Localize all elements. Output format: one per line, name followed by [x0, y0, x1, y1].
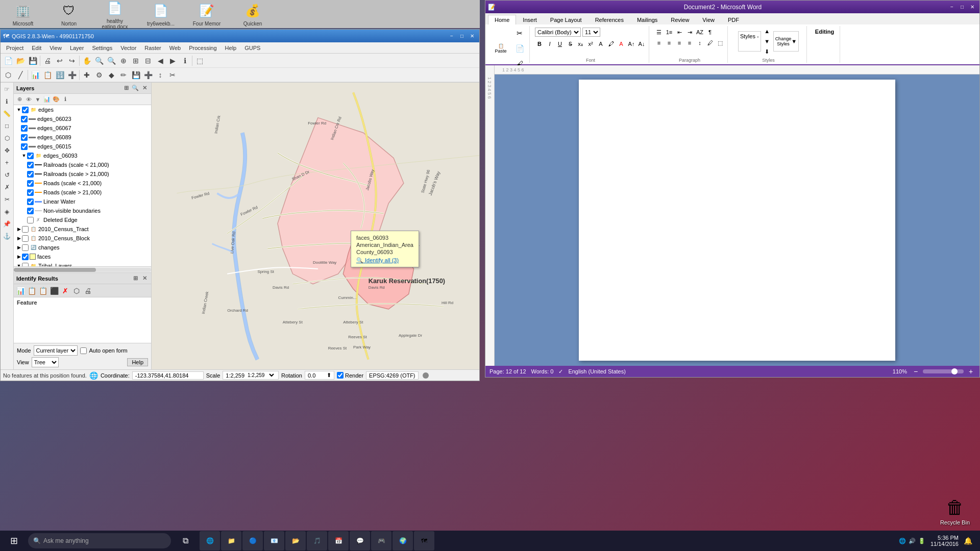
layers-icon-open[interactable]: ⊞ — [122, 84, 130, 92]
menu-gups[interactable]: GUPS — [240, 44, 264, 52]
styles-gallery[interactable]: Styles - — [738, 31, 761, 52]
rotation-arrows[interactable]: ⬆ — [327, 372, 331, 379]
task-view-button[interactable]: ⧉ — [176, 531, 194, 550]
identify-tb-table[interactable]: 📋 — [38, 286, 48, 296]
auto-open-form-checkbox[interactable] — [80, 347, 87, 354]
tb-undo[interactable]: ↩ — [54, 55, 66, 67]
tab-mailings[interactable]: Mailings — [630, 15, 664, 24]
layer-changes[interactable]: ▶ 🔄 changes — [14, 243, 151, 252]
checkbox-faces[interactable] — [22, 254, 29, 260]
expand-edges[interactable]: ▼ — [16, 107, 22, 113]
tool-touch[interactable]: ☞ — [2, 84, 13, 95]
italic-button[interactable]: I — [545, 39, 554, 48]
superscript-button[interactable]: x² — [586, 39, 595, 48]
checkbox-edges-06093[interactable] — [27, 153, 34, 159]
layer-edges-06067[interactable]: edges_06067 — [14, 123, 151, 133]
tb-zoom-prev[interactable]: ◀ — [154, 55, 166, 67]
tb-edit-line[interactable]: ╱ — [14, 69, 27, 81]
taskbar-app-media[interactable]: 🎵 — [307, 531, 327, 550]
show-hide-button[interactable]: ¶ — [705, 28, 715, 37]
tb-zoom-in[interactable]: 🔍 — [93, 55, 105, 67]
zoom-slider-thumb[interactable] — [951, 368, 958, 374]
rotation-input[interactable] — [308, 372, 326, 379]
tb-zoom-selection[interactable]: ⊟ — [142, 55, 154, 67]
checkbox-edges-06089[interactable] — [21, 134, 28, 141]
tooltip-identify-link[interactable]: 🔍 Identify all (3) — [356, 257, 413, 264]
menu-processing[interactable]: Processing — [185, 44, 220, 52]
font-name-select[interactable]: Calibri (Body) Arial Times New Roman — [535, 28, 581, 37]
menu-vector[interactable]: Vector — [116, 44, 140, 52]
taskbar-app-messenger[interactable]: 💬 — [350, 531, 370, 550]
checkbox-changes[interactable] — [22, 244, 29, 251]
expand-census-block[interactable]: ▶ — [16, 235, 22, 241]
tool-node[interactable]: ◈ — [2, 206, 13, 217]
checkbox-roads-gt21[interactable] — [27, 189, 34, 196]
tab-insert[interactable]: Insert — [516, 15, 544, 24]
taskbar-app-edge[interactable]: 🌐 — [200, 531, 220, 550]
epsg-display[interactable]: EPSG:4269 (OTF) — [366, 371, 418, 380]
strikethrough-button[interactable]: S̶ — [566, 39, 575, 48]
tb-new-project[interactable]: 📄 — [2, 55, 14, 67]
checkbox-edges-06023[interactable] — [21, 116, 28, 122]
qgis-minimize-button[interactable]: − — [447, 32, 456, 40]
tool-pin[interactable]: 📌 — [2, 218, 13, 230]
taskbar-app-docs[interactable]: 📂 — [285, 531, 306, 550]
network-icon[interactable]: 🌐 — [899, 538, 906, 544]
desktop-icon-healthy-eating[interactable]: 📄 healthy eating.docx — [97, 0, 133, 30]
layers-tb-style[interactable]: 🎨 — [52, 95, 60, 104]
tb-add-feature[interactable]: ➕ — [142, 69, 154, 81]
identify-help-button[interactable]: Help — [127, 358, 148, 366]
expand-faces[interactable]: ▶ — [16, 254, 22, 260]
subscript-button[interactable]: x₂ — [576, 39, 585, 48]
view-select[interactable]: Tree Table Graph — [32, 357, 59, 367]
layer-census-tract[interactable]: ▶ 📋 2010_Census_Tract — [14, 224, 151, 234]
tab-review[interactable]: Review — [664, 15, 696, 24]
bold-button[interactable]: B — [535, 39, 544, 48]
word-document-area[interactable] — [495, 74, 979, 366]
coordinate-input[interactable] — [132, 371, 204, 380]
taskbar-app-qgis[interactable]: 🗺 — [414, 531, 434, 550]
tool-rotate[interactable]: ↺ — [2, 169, 13, 181]
tb-zoom-out[interactable]: 🔍 — [105, 55, 117, 67]
layers-icon-filter[interactable]: 🔍 — [131, 84, 139, 92]
justify-button[interactable]: ≡ — [685, 38, 694, 47]
volume-icon[interactable]: 🔊 — [909, 538, 916, 544]
menu-view[interactable]: View — [45, 44, 66, 52]
desktop-icon-microsoft[interactable]: 🏢 Microsoft — [5, 2, 41, 27]
scale-select[interactable]: 1:2,259 1:5,000 1:10,000 — [246, 372, 276, 379]
line-spacing-button[interactable]: ↕ — [695, 38, 704, 47]
menu-web[interactable]: Web — [165, 44, 185, 52]
menu-help[interactable]: Help — [221, 44, 241, 52]
word-close-button[interactable]: ✕ — [968, 3, 977, 11]
shading-button[interactable]: 🖊 — [705, 38, 715, 47]
align-center-button[interactable]: ≡ — [665, 38, 674, 47]
tb-print[interactable]: 🖨 — [41, 55, 54, 67]
tool-select-rect[interactable]: □ — [2, 120, 13, 132]
checkbox-edges-06067[interactable] — [21, 125, 28, 132]
taskbar-app-file-explorer[interactable]: 📁 — [221, 531, 241, 550]
checkbox-non-visible[interactable] — [27, 208, 34, 214]
tb-delete-feature[interactable]: ✂ — [166, 69, 179, 81]
desktop-icon-try6weekb[interactable]: 📄 try6weekb... — [143, 2, 179, 27]
layer-roads-lt21[interactable]: Roads (scale < 21,000) — [14, 179, 151, 188]
menu-layer[interactable]: Layer — [66, 44, 88, 52]
layers-scrollbar[interactable] — [14, 266, 151, 272]
layers-tb-add[interactable]: ⊕ — [15, 95, 23, 104]
layers-tb-eye[interactable]: 👁 — [24, 95, 33, 104]
tb-add-layer[interactable]: ➕ — [66, 69, 78, 81]
zoom-slider[interactable] — [923, 369, 964, 373]
layers-icon-close[interactable]: ✕ — [140, 84, 149, 92]
tool-move[interactable]: ✥ — [2, 145, 13, 156]
mode-select[interactable]: Current layer Top down All layers — [34, 345, 78, 356]
taskbar-app-mail[interactable]: 📧 — [264, 531, 284, 550]
checkbox-census-block[interactable] — [22, 235, 29, 242]
tab-page-layout[interactable]: Page Layout — [544, 15, 589, 24]
tb-save-project[interactable]: 💾 — [27, 55, 39, 67]
tb-field-calc[interactable]: 🔢 — [54, 69, 66, 81]
layer-census-block[interactable]: ▶ 📋 2010_Census_Block — [14, 234, 151, 243]
checkbox-deleted-edge[interactable] — [27, 217, 34, 223]
styles-more[interactable]: ⬇ — [763, 47, 772, 56]
tb-edit-node[interactable]: ⬡ — [2, 69, 14, 81]
layer-non-visible[interactable]: Non-visible boundaries — [14, 206, 151, 215]
tb-zoom-layer[interactable]: ⊞ — [130, 55, 142, 67]
